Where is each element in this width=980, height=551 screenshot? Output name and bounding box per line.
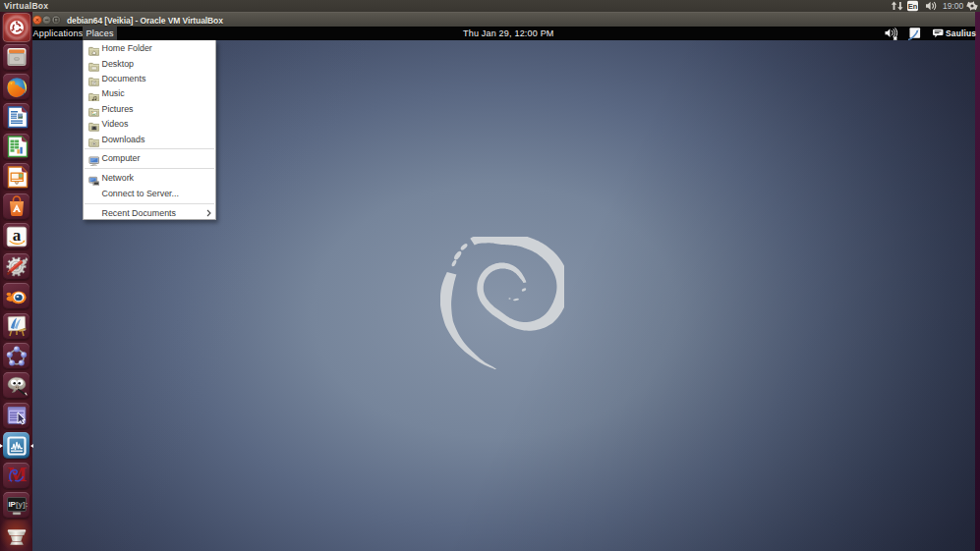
svg-text:19:00: 19:00 [943,1,964,11]
svg-text:IP[y]:: IP[y]: [8,500,28,509]
svg-text:a: a [12,226,21,245]
svg-text:En: En [908,2,918,11]
